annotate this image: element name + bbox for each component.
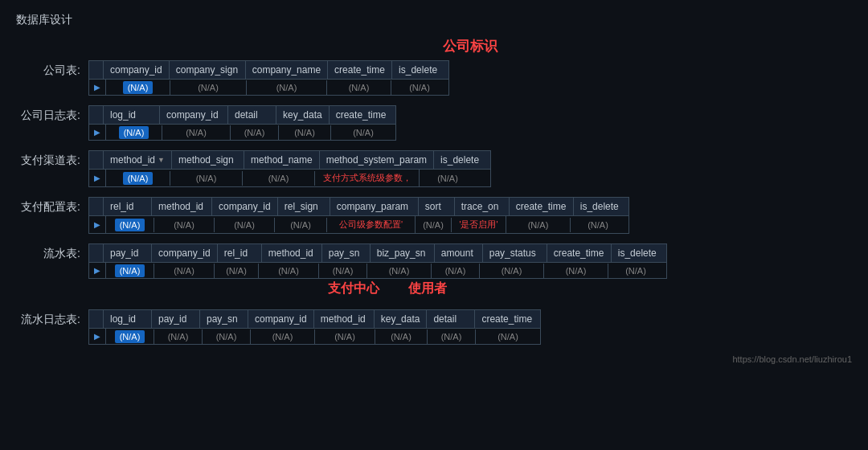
db-table-4: pay_idcompany_idrel_idmethod_idpay_snbiz…	[88, 243, 667, 300]
cell-3-2: (N/A)	[215, 218, 275, 232]
db-table-1: log_idcompany_iddetailkey_datacreate_tim…	[88, 105, 396, 141]
col-header-0-1: company_sign	[170, 61, 246, 79]
table-label-0: 公司表:	[16, 60, 88, 78]
row-arrow-1: ▶	[89, 125, 106, 140]
cell-1-2: (N/A)	[231, 125, 279, 140]
col-header-4-4: pay_sn	[322, 244, 371, 262]
col-header-5-5: key_data	[375, 310, 428, 328]
col-header-5-0: log_id	[104, 310, 152, 328]
col-header-4-5: biz_pay_sn	[371, 244, 435, 262]
cell-5-4: (N/A)	[315, 329, 375, 344]
col-header-4-2: rel_id	[218, 244, 262, 262]
table-label-2: 支付渠道表:	[16, 150, 88, 168]
col-header-4-9: is_delete	[612, 244, 666, 262]
db-table-0: company_idcompany_signcompany_namecreate…	[88, 60, 449, 96]
col-header-0-2: company_name	[246, 61, 328, 79]
col-header-1-2: detail	[228, 106, 276, 124]
cell-3-8: (N/A)	[571, 218, 625, 232]
cell-2-4: (N/A)	[420, 171, 476, 186]
table-row-3: 支付配置表:rel_idmethod_idcompany_idrel_signc…	[16, 197, 852, 234]
col-header-3-3: rel_sign	[278, 198, 330, 215]
cell-4-6: (N/A)	[432, 264, 480, 278]
col-header-1-1: company_id	[160, 106, 228, 124]
col-header-0-0: company_id	[104, 61, 170, 79]
cell-3-3: (N/A)	[275, 218, 327, 232]
col-header-2-3: method_system_param	[320, 151, 434, 169]
col-header-3-4: company_param	[330, 198, 419, 215]
cell-1-0: (N/A)	[106, 125, 162, 140]
col-header-3-0: rel_id	[104, 198, 152, 215]
row-arrow-2: ▶	[89, 170, 106, 186]
col-header-4-0: pay_id	[104, 244, 152, 262]
db-table-3: rel_idmethod_idcompany_idrel_signcompany…	[88, 197, 629, 234]
row-arrow-0: ▶	[89, 80, 106, 95]
col-header-3-1: method_id	[152, 198, 212, 215]
col-header-5-2: pay_sn	[200, 310, 248, 328]
cell-4-1: (N/A)	[154, 264, 215, 278]
col-header-2-2: method_name	[244, 151, 320, 169]
cell-3-1: (N/A)	[154, 218, 215, 232]
col-header-3-7: create_time	[510, 198, 574, 215]
col-header-0-3: create_time	[328, 61, 392, 79]
table-row-5: 流水日志表:log_idpay_idpay_sncompany_idmethod…	[16, 309, 852, 345]
cell-3-0: (N/A)	[106, 218, 154, 232]
watermark: https://blog.csdn.net/liuzhirou1	[16, 354, 852, 364]
cell-4-5: (N/A)	[367, 264, 432, 278]
table-row-2: 支付渠道表:method_id▼method_signmethod_nameme…	[16, 150, 852, 187]
col-header-5-4: method_id	[314, 310, 375, 328]
col-header-0-4: is_delete	[392, 61, 448, 79]
cell-0-0: (N/A)	[106, 80, 170, 95]
col-header-3-2: company_id	[212, 198, 278, 215]
col-header-1-3: key_data	[276, 106, 330, 124]
cell-3-5: (N/A)	[416, 218, 452, 232]
cell-4-8: (N/A)	[544, 264, 608, 278]
col-header-3-8: is_delete	[574, 198, 628, 215]
cell-0-1: (N/A)	[170, 80, 247, 95]
col-header-5-6: detail	[427, 310, 475, 328]
cell-5-7: (N/A)	[476, 329, 540, 344]
cell-2-0: (N/A)	[106, 171, 170, 186]
db-table-5: log_idpay_idpay_sncompany_idmethod_idkey…	[88, 309, 541, 345]
cell-3-4: 公司级参数配置'	[327, 216, 416, 233]
col-header-3-6: trace_on	[455, 198, 510, 215]
cell-5-1: (N/A)	[154, 329, 203, 344]
col-header-5-7: create_time	[475, 310, 539, 328]
cell-0-2: (N/A)	[247, 80, 327, 95]
cell-3-6: '是否启用'	[452, 216, 506, 233]
col-header-5-3: company_id	[248, 310, 314, 328]
row-arrow-4: ▶	[89, 263, 106, 278]
cell-1-1: (N/A)	[162, 125, 231, 140]
cell-4-9: (N/A)	[608, 264, 663, 278]
col-header-1-4: create_time	[330, 106, 394, 124]
cell-4-2: (N/A)	[215, 264, 259, 278]
row-arrow-3: ▶	[89, 216, 106, 233]
table-label-4: 流水表:	[16, 243, 88, 261]
cell-3-7: (N/A)	[506, 218, 571, 232]
cell-4-7: (N/A)	[480, 264, 544, 278]
db-table-2: method_id▼method_signmethod_namemethod_s…	[88, 150, 491, 187]
cell-5-2: (N/A)	[203, 329, 251, 344]
table-row-4: 流水表:pay_idcompany_idrel_idmethod_idpay_s…	[16, 243, 852, 300]
table-row-0: 公司表:company_idcompany_signcompany_namecr…	[16, 60, 852, 96]
page-title: 数据库设计	[16, 13, 852, 27]
table-label-5: 流水日志表:	[16, 309, 88, 327]
cell-4-0: (N/A)	[106, 264, 154, 278]
cell-4-3: (N/A)	[259, 264, 319, 278]
col-header-4-1: company_id	[152, 244, 218, 262]
col-header-4-6: amount	[435, 244, 483, 262]
col-header-1-0: log_id	[104, 106, 160, 124]
cell-2-3: 支付方式系统级参数，	[315, 170, 420, 186]
cell-5-5: (N/A)	[375, 329, 428, 344]
table-row-1: 公司日志表:log_idcompany_iddetailkey_datacrea…	[16, 105, 852, 141]
biz-label-user: 使用者	[408, 280, 447, 297]
cell-5-0: (N/A)	[106, 329, 154, 344]
cell-0-3: (N/A)	[327, 80, 391, 95]
cell-2-1: (N/A)	[170, 171, 243, 186]
cell-0-4: (N/A)	[391, 80, 448, 95]
cell-2-2: (N/A)	[243, 171, 315, 186]
cell-1-3: (N/A)	[279, 125, 331, 140]
biz-label-payment-center: 支付中心	[328, 280, 379, 297]
row-arrow-5: ▶	[89, 329, 106, 344]
cell-5-6: (N/A)	[428, 329, 476, 344]
col-header-3-5: sort	[419, 198, 455, 215]
